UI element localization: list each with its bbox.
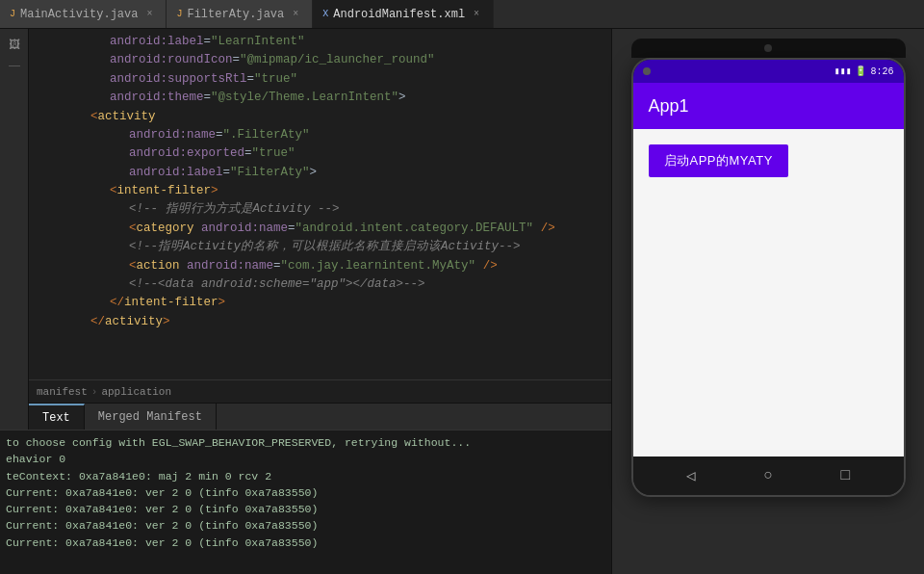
battery-icon: 🔋 xyxy=(855,65,866,77)
image-icon[interactable]: 🖼 xyxy=(3,33,26,56)
tab-manifest-label: AndroidManifest.xml xyxy=(333,8,465,21)
phone-panel: ▮▮▮ 🔋 8:26 App1 启动APP的MYATY ◁ ○ □ xyxy=(611,29,924,574)
code-line: <action android:name="com.jay.learninten… xyxy=(29,257,611,275)
bottom-tab-bar: Text Merged Manifest xyxy=(29,403,611,430)
code-line: <!--指明Activity的名称，可以根据此名称直接启动该Activity--… xyxy=(29,238,611,256)
terminal-area: to choose config with EGL_SWAP_BEHAVIOR_… xyxy=(0,430,611,574)
app-title: App1 xyxy=(649,96,689,117)
tab-main-label: MainActivity.java xyxy=(20,8,138,21)
log-line: Current: 0xa7a841e0: ver 2 0 (tinfo 0xa7… xyxy=(6,535,605,551)
code-content: android:label="LearnIntent" android:roun… xyxy=(29,29,611,379)
tab-merged-manifest-label: Merged Manifest xyxy=(98,410,202,424)
status-icons: ▮▮▮ 🔋 8:26 xyxy=(834,65,893,77)
log-line: teContext: 0xa7a841e0: maj 2 min 0 rcv 2 xyxy=(6,468,605,484)
log-line: Current: 0xa7a841e0: ver 2 0 (tinfo 0xa7… xyxy=(6,517,605,534)
tab-close-filter[interactable]: × xyxy=(289,8,302,21)
time-display: 8:26 xyxy=(870,66,893,77)
tab-bar: J MainActivity.java × J FilterAty.java ×… xyxy=(0,0,924,29)
main-area: 🖼 android:label="LearnIntent" android:ro… xyxy=(0,29,924,574)
editor-panel: 🖼 android:label="LearnIntent" android:ro… xyxy=(0,29,611,574)
tab-close-main[interactable]: × xyxy=(142,8,156,21)
tab-main-activity[interactable]: J MainActivity.java × xyxy=(0,0,167,28)
phone-app-bar: App1 xyxy=(633,83,904,129)
tab-text-label: Text xyxy=(42,411,70,425)
code-line: <intent-filter> xyxy=(29,182,611,200)
launch-button[interactable]: 启动APP的MYATY xyxy=(649,144,788,177)
tab-text[interactable]: Text xyxy=(29,404,85,430)
camera-indicator xyxy=(643,67,651,75)
phone-frame: ▮▮▮ 🔋 8:26 App1 启动APP的MYATY ◁ ○ □ xyxy=(631,58,906,497)
code-line: android:theme="@style/Theme.LearnIntent"… xyxy=(29,89,611,107)
code-line: android:exported="true" xyxy=(29,144,611,163)
code-line: android:label="FilterAty"> xyxy=(29,164,611,182)
tab-filter-aty[interactable]: J FilterAty.java × xyxy=(167,0,313,28)
log-line: Current: 0xa7a841e0: ver 2 0 (tinfo 0xa7… xyxy=(6,484,605,501)
code-line: android:name=".FilterAty" xyxy=(29,126,611,144)
log-line: ehavior 0 xyxy=(6,451,605,467)
home-button[interactable]: ○ xyxy=(763,467,773,484)
editor-body: 🖼 android:label="LearnIntent" android:ro… xyxy=(0,29,611,430)
phone-status-bar: ▮▮▮ 🔋 8:26 xyxy=(633,60,904,83)
xml-icon: X xyxy=(322,9,328,19)
log-line: Current: 0xa7a841e0: ver 2 0 (tinfo 0xa7… xyxy=(6,501,605,517)
code-line: <!-- 指明行为方式是Activity --> xyxy=(29,200,611,219)
code-editor[interactable]: android:label="LearnIntent" android:roun… xyxy=(29,29,611,430)
java-icon-2: J xyxy=(176,9,182,19)
code-line: <!--<data android:scheme="app"></data>--… xyxy=(29,275,611,294)
tab-merged-manifest[interactable]: Merged Manifest xyxy=(85,404,217,430)
code-line: android:roundIcon="@mipmap/ic_launcher_r… xyxy=(29,51,611,69)
sidebar-strip: 🖼 xyxy=(0,29,29,430)
java-icon: J xyxy=(10,9,15,19)
tab-manifest[interactable]: X AndroidManifest.xml × xyxy=(313,0,494,28)
log-line: to choose config with EGL_SWAP_BEHAVIOR_… xyxy=(6,434,605,451)
breadcrumb: manifest › application xyxy=(29,379,611,403)
code-line: <category android:name="android.intent.c… xyxy=(29,220,611,238)
code-line: </activity> xyxy=(29,313,611,331)
phone-nav-bar: ◁ ○ □ xyxy=(633,457,904,495)
code-line: <activity xyxy=(29,108,611,126)
breadcrumb-application[interactable]: application xyxy=(101,386,171,398)
code-line: </intent-filter> xyxy=(29,294,611,312)
signal-icon: ▮▮▮ xyxy=(834,65,851,77)
code-line: android:label="LearnIntent" xyxy=(29,33,611,51)
tab-filter-label: FilterAty.java xyxy=(187,8,284,21)
back-button[interactable]: ◁ xyxy=(686,466,696,485)
breadcrumb-manifest[interactable]: manifest xyxy=(37,386,88,398)
phone-content: 启动APP的MYATY xyxy=(633,129,904,457)
recent-button[interactable]: □ xyxy=(841,467,851,484)
code-line: android:supportsRtl="true" xyxy=(29,70,611,89)
tab-close-manifest[interactable]: × xyxy=(470,8,483,21)
